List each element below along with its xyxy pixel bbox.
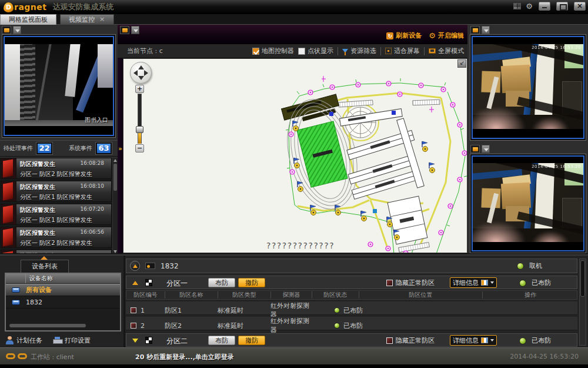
horizontal-scrollbar-thumb[interactable] [9, 324, 86, 327]
device-item-all[interactable]: 所有设备 [6, 284, 120, 296]
zoom-out-button[interactable] [135, 144, 144, 152]
device-item-1832[interactable]: 1832 [6, 296, 120, 309]
scheduled-task-button[interactable]: 计划任务 [6, 336, 42, 345]
video-panel-icon[interactable] [470, 26, 480, 34]
close-button[interactable] [574, 2, 586, 11]
arm-button[interactable]: 布防 [208, 278, 235, 287]
minimize-button[interactable] [539, 2, 550, 11]
print-settings-button[interactable]: 打印设置 [53, 336, 91, 345]
system-events-count: 63 [96, 142, 112, 154]
alarm-flag-icon [1, 227, 16, 247]
resource-filter-button[interactable]: 资源筛选 [342, 47, 376, 55]
map-pan-control[interactable] [130, 62, 152, 84]
armed-status-orb-icon [334, 307, 340, 313]
maximize-button[interactable] [556, 2, 568, 11]
panel-dropdown-icon[interactable] [131, 26, 139, 34]
relogin-message[interactable]: 20 秒后重新登录...,单击立即登录 [135, 353, 234, 362]
group-status-label: 已布防 [532, 336, 551, 345]
fullscreen-icon [429, 48, 436, 54]
dot-display-toggle[interactable]: 点状显示 [298, 47, 333, 55]
table-icon [481, 337, 488, 343]
hide-normal-zones-toggle[interactable]: 隐藏正常防区 [386, 336, 435, 345]
site-map-canvas[interactable]: ????????????? [123, 58, 467, 253]
scrollbar-thumb[interactable] [113, 164, 117, 191]
detail-info-button[interactable]: 详细信息 [450, 335, 497, 346]
start-edit-label: 开启编辑 [438, 31, 464, 40]
zone-table-row[interactable]: 2 防区2 标准延时 红外对射探测器 已布防 [126, 317, 577, 330]
partition-icon [145, 337, 152, 344]
checkbox-icon[interactable] [298, 48, 305, 55]
detail-info-button[interactable]: 详细信息 [450, 277, 497, 288]
zoom-slider-handle[interactable] [136, 126, 143, 133]
alarm-list-item[interactable]: 防区报警发生16:06:56 分区一 防区2 防区报警发生 [1, 227, 112, 248]
pan-up-icon[interactable] [138, 65, 144, 69]
video-scene: 图书入口 [5, 37, 113, 135]
expand-group-icon[interactable] [132, 339, 138, 343]
scrollbar-thumb[interactable] [580, 260, 585, 297]
collapse-device-button[interactable] [130, 261, 140, 271]
disarm-button[interactable]: 撤防 [238, 336, 265, 345]
panel-dropdown-icon[interactable] [482, 145, 490, 153]
start-edit-button[interactable]: 开启编辑 [429, 31, 464, 40]
tab-grid-monitor-panel[interactable]: 网格监视面板 [0, 14, 56, 25]
print-settings-label: 打印设置 [65, 336, 91, 345]
alarm-description: 分区一 防区1 防区报警发生 [20, 216, 109, 224]
zone-group-1-row[interactable]: 分区一 布防 撤防 隐藏正常防区 详细信息 已布防 [126, 276, 577, 289]
settings-gear-icon[interactable]: ⚙ [526, 2, 533, 10]
toolbar-separator [338, 47, 338, 55]
panel-dropdown-icon[interactable] [13, 26, 21, 34]
zone-name: 防区2 [165, 321, 218, 330]
zoom-in-button[interactable] [135, 85, 144, 93]
device-list-tab[interactable]: 设备列表 [21, 260, 69, 273]
fit-screen-button[interactable]: 适合屏幕 [385, 47, 420, 55]
device-1832-row[interactable]: 1832 取机 [126, 258, 577, 273]
hide-normal-zones-toggle[interactable]: 隐藏正常防区 [386, 279, 435, 287]
collapse-corner-icon[interactable] [457, 59, 466, 68]
zone-table-row[interactable]: 1 防区1 标准延时 红外对射探测器 已布防 [126, 301, 577, 315]
pan-down-icon[interactable] [138, 76, 144, 80]
map-toolbar: 当前节点 : c 地图控制器 点状显示 资源筛选 适合屏幕 [118, 44, 467, 58]
col-detector: 探测器 [271, 291, 312, 299]
checkbox-icon[interactable] [386, 280, 393, 286]
scroll-up-icon[interactable] [113, 159, 117, 162]
chevron-down-icon [490, 281, 494, 284]
video-feed-warehouse-2[interactable]: 2014-04-25 16:53:20 [470, 154, 586, 253]
camera-name-overlay: 图书入口 [85, 116, 108, 124]
alarm-list-item[interactable]: 防区报警发生16:08:10 分区一 防区1 防区报警发生 [1, 181, 112, 202]
checkbox-checked-icon[interactable] [252, 48, 259, 55]
layout-grid-icon[interactable] [513, 3, 521, 9]
fullscreen-button[interactable]: 全屏模式 [429, 47, 464, 55]
alarm-list-item[interactable]: 防区报警发生16:07:20 分区一 防区1 防区报警发生 [1, 204, 112, 225]
collapse-group-icon[interactable] [132, 281, 138, 285]
disarm-button[interactable]: 撤防 [238, 278, 265, 287]
alarm-host-icon [145, 263, 155, 269]
tab-video-monitor[interactable]: 视频监控 [60, 14, 114, 25]
map-side-strip [118, 58, 123, 254]
device-actions-bar: 计划任务 打印设置 [6, 334, 121, 347]
alarm-list-item[interactable]: 防区报警发生16:08:28 分区一 防区2 防区报警发生 [1, 158, 112, 179]
video-feed-warehouse-1[interactable]: 2014-04-25 16:53:20 [470, 34, 586, 141]
zone-group-2-row[interactable]: 分区二 布防 撤防 隐藏正常防区 详细信息 已布防 [126, 333, 577, 347]
hide-normal-zones-label: 隐藏正常防区 [396, 336, 435, 345]
video-feed-entrance[interactable]: 图书入口 [2, 34, 116, 138]
refresh-devices-button[interactable]: 刷新设备 [386, 31, 422, 40]
pan-right-icon[interactable] [144, 70, 148, 76]
device-icon [12, 287, 20, 293]
event-counter-bar: 待处理事件 22 系统事件 63 [0, 140, 118, 157]
video-panel-icon[interactable] [2, 26, 11, 34]
alarm-list-scrollbar[interactable] [112, 158, 118, 254]
arm-button[interactable]: 布防 [208, 336, 235, 345]
tab-close-icon[interactable] [98, 16, 105, 24]
expand-panel-icon[interactable] [118, 145, 123, 152]
map-controller-toggle[interactable]: 地图控制器 [252, 47, 294, 55]
right-video-panel-toolbar [470, 26, 490, 35]
panel-dropdown-icon[interactable] [482, 26, 490, 34]
pan-left-icon[interactable] [133, 70, 138, 76]
checkbox-icon[interactable] [386, 337, 393, 344]
camera-timestamp-overlay: 2014-04-25 16:53:20 [532, 45, 581, 50]
video-panel-icon[interactable] [470, 145, 480, 153]
video-scene: 2014-04-25 16:53:20 [473, 37, 583, 138]
pending-events-label: 待处理事件 [4, 144, 33, 152]
map-panel-icon[interactable] [120, 26, 129, 34]
bottom-panel-scrollbar[interactable] [579, 258, 586, 346]
